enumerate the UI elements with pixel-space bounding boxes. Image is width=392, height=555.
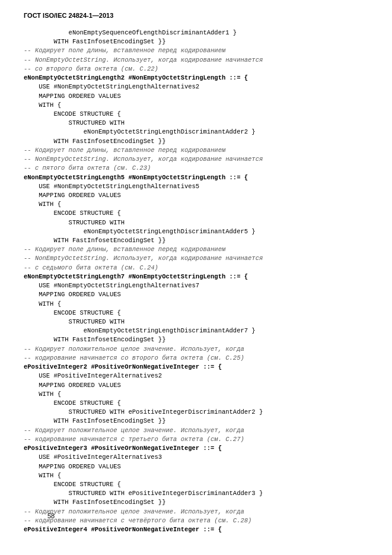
code-line: WITH {: [24, 200, 368, 209]
code-line: WITH FastInfosetEncodingSet }}: [24, 137, 368, 146]
code-line: USE #NonEmptyOctetStringLengthAlternativ…: [24, 281, 368, 290]
code-line: USE #NonEmptyOctetStringLengthAlternativ…: [24, 83, 368, 91]
code-line: STRUCTURED WITH ePositiveIntegerDiscrimi…: [24, 489, 368, 498]
code-line: -- Кодирует положительное целое значение…: [24, 426, 368, 435]
code-line: ENCODE STRUCTURE {: [24, 209, 368, 218]
code-line: eNonEmptyOctetStringLengthDiscriminantAd…: [24, 128, 368, 137]
code-line: WITH FastInfosetEncodingSet }}: [24, 498, 368, 507]
code-line: -- с пятого бита октета (см. С.23): [24, 164, 368, 173]
code-line: -- NonEmptyOctetString. Использует, когд…: [24, 56, 368, 65]
code-line: MAPPING ORDERED VALUES: [24, 191, 368, 200]
code-line: WITH FastInfosetEncodingSet }}: [24, 236, 368, 245]
code-line: WITH FastInfosetEncodingSet }}: [24, 335, 368, 344]
code-line: eNonEmptySequenceOfLengthDiscriminantAdd…: [24, 28, 368, 37]
code-line: -- со второго бита октета (см. С.22): [24, 65, 368, 74]
code-line: STRUCTURED WITH ePositiveIntegerDiscrimi…: [24, 408, 368, 417]
code-line: eNonEmptyOctetStringLength7 #NonEmptyOct…: [24, 272, 368, 281]
code-line: WITH FastInfosetEncodingSet }}: [24, 37, 368, 46]
code-content: eNonEmptySequenceOfLengthDiscriminantAdd…: [24, 28, 368, 534]
code-line: MAPPING ORDERED VALUES: [24, 381, 368, 390]
page-number: 58: [47, 512, 55, 519]
code-line: MAPPING ORDERED VALUES: [24, 290, 368, 299]
code-line: MAPPING ORDERED VALUES: [24, 462, 368, 471]
code-line: eNonEmptyOctetStringLength5 #NonEmptyOct…: [24, 173, 368, 182]
code-line: WITH {: [24, 300, 368, 309]
code-line: STRUCTURED WITH: [24, 119, 368, 128]
code-line: -- Кодирует поле длины, вставленное пере…: [24, 146, 368, 155]
code-line: WITH {: [24, 101, 368, 110]
code-line: -- Кодирует положительное целое значение…: [24, 508, 368, 516]
code-line: -- Кодирует поле длины, вставленное пере…: [24, 245, 368, 254]
code-line: -- Кодирует поле длины, вставленное пере…: [24, 46, 368, 55]
code-line: -- кодирование начинается с четвёртого б…: [24, 516, 368, 525]
code-line: STRUCTURED WITH: [24, 218, 368, 227]
code-line: ePositiveInteger2 #PositiveOrNonNegative…: [24, 363, 368, 372]
code-line: USE #PositiveIntegerAlternatives3: [24, 453, 368, 462]
code-line: ePositiveInteger3 #PositiveOrNonNegative…: [24, 444, 368, 453]
code-line: STRUCTURED WITH: [24, 318, 368, 326]
code-line: WITH FastInfosetEncodingSet }}: [24, 417, 368, 426]
code-line: -- кодирование начинается с третьего бит…: [24, 435, 368, 444]
code-line: WITH {: [24, 390, 368, 399]
code-line: eNonEmptyOctetStringLengthDiscriminantAd…: [24, 227, 368, 236]
code-line: MAPPING ORDERED VALUES: [24, 92, 368, 101]
code-line: ENCODE STRUCTURE {: [24, 309, 368, 318]
code-line: USE #PositiveIntegerAlternatives2: [24, 372, 368, 380]
code-line: USE #NonEmptyOctetStringLengthAlternativ…: [24, 182, 368, 191]
code-line: eNonEmptyOctetStringLengthDiscriminantAd…: [24, 326, 368, 335]
document-header: ГОСТ ISO/IEC 24824-1—2013: [24, 12, 368, 19]
page-container: ГОСТ ISO/IEC 24824-1—2013 eNonEmptySeque…: [24, 12, 368, 534]
code-line: -- NonEmptyOctetString. Использует, когд…: [24, 155, 368, 164]
code-line: ePositiveInteger4 #PositiveOrNonNegative…: [24, 525, 368, 534]
code-line: -- с седьмого бита октета (см. С.24): [24, 264, 368, 272]
code-line: ENCODE STRUCTURE {: [24, 399, 368, 408]
code-line: ENCODE STRUCTURE {: [24, 110, 368, 119]
code-line: -- кодирование начинается со второго бит…: [24, 354, 368, 363]
code-line: eNonEmptyOctetStringLength2 #NonEmptyOct…: [24, 74, 368, 83]
code-line: WITH {: [24, 471, 368, 480]
code-line: ENCODE STRUCTURE {: [24, 480, 368, 489]
code-line: -- NonEmptyOctetString. Использует, когд…: [24, 254, 368, 263]
code-line: -- Кодирует положительное целое значение…: [24, 345, 368, 354]
